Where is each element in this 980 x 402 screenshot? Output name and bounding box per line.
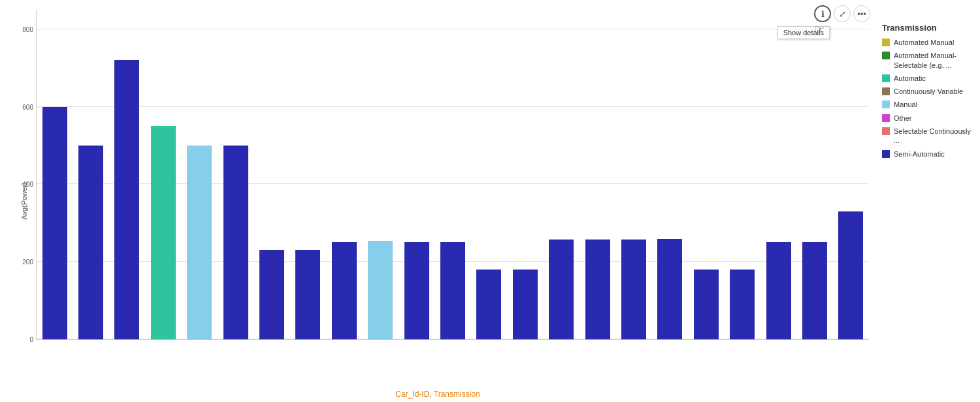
y-tick-label: 400 <box>22 181 33 188</box>
legend-color-swatch <box>882 74 890 82</box>
chart-area: Avg(Power) 0200400600800 1Semi-Automatic… <box>0 0 875 402</box>
y-axis-label: Avg(Power) <box>20 182 28 219</box>
bar[interactable] <box>223 146 248 339</box>
bar-group <box>73 10 108 339</box>
more-button[interactable]: ••• <box>853 5 870 22</box>
legend-item: Continuously Variable <box>882 87 973 96</box>
bar[interactable] <box>513 270 538 339</box>
bar[interactable] <box>802 242 827 339</box>
bar-group <box>37 10 73 339</box>
bar-group <box>760 10 796 339</box>
legend-item-label: Semi-Automatic <box>894 149 945 159</box>
legend-item-label: Continuously Variable <box>894 87 963 96</box>
info-icon: ℹ <box>821 9 825 19</box>
legend-item: Automated Manual <box>882 38 973 47</box>
bar-group <box>218 10 253 339</box>
legend-items: Automated ManualAutomated Manual- Select… <box>882 38 973 159</box>
bar-group <box>182 10 218 339</box>
bar[interactable] <box>440 242 465 339</box>
bar[interactable] <box>549 240 574 339</box>
bar[interactable] <box>585 240 610 339</box>
legend-item-label: Automated Manual <box>894 38 954 47</box>
bar[interactable] <box>476 270 501 339</box>
legend-title: Transmission <box>882 23 973 33</box>
bar[interactable] <box>332 242 357 339</box>
bar[interactable] <box>766 242 791 339</box>
bar-group <box>580 10 615 339</box>
bar[interactable] <box>259 250 284 339</box>
bar-group <box>507 10 543 339</box>
bar-group <box>145 10 181 339</box>
y-tick-label: 200 <box>22 258 33 266</box>
toolbar-icons: ℹ Show details ⤢ ••• ☞ <box>814 5 870 22</box>
more-icon: ••• <box>857 9 866 19</box>
cursor-icon: ☞ <box>814 22 825 37</box>
y-tick-label: 800 <box>22 25 33 33</box>
bars-wrapper <box>37 10 869 339</box>
bar-group <box>796 10 832 339</box>
chart-container: Avg(Power) 0200400600800 1Semi-Automatic… <box>0 0 980 402</box>
y-tick-label: 600 <box>22 103 33 110</box>
legend-item: Semi-Automatic <box>882 149 973 159</box>
bar[interactable] <box>730 270 755 339</box>
plot-area: 0200400600800 <box>36 10 869 340</box>
bar-group <box>543 10 579 339</box>
legend-color-swatch <box>882 114 890 122</box>
legend: Transmission Automated ManualAutomated M… <box>875 0 980 402</box>
legend-color-swatch <box>882 150 890 158</box>
legend-item: Other <box>882 114 973 123</box>
bar[interactable] <box>295 250 320 339</box>
bar-group <box>615 10 651 339</box>
bar[interactable] <box>151 126 176 339</box>
bar-group <box>688 10 724 339</box>
y-tick-label: 0 <box>29 336 33 343</box>
bar[interactable] <box>838 211 863 339</box>
bar-group <box>326 10 362 339</box>
bar-group <box>253 10 289 339</box>
bar[interactable] <box>368 241 393 340</box>
legend-color-swatch <box>882 100 890 108</box>
bar[interactable] <box>621 240 646 339</box>
legend-item-label: Manual <box>894 100 917 109</box>
legend-color-swatch <box>882 39 890 46</box>
legend-item: Manual <box>882 100 973 109</box>
bar[interactable] <box>78 146 103 339</box>
bar-group <box>109 10 145 339</box>
legend-item-label: Automatic <box>894 74 926 83</box>
bar-group <box>471 10 507 339</box>
bar-group <box>399 10 434 339</box>
bar-group <box>434 10 470 339</box>
bar[interactable] <box>42 107 67 339</box>
info-button[interactable]: ℹ Show details <box>814 5 831 22</box>
legend-color-swatch <box>882 52 890 59</box>
bar[interactable] <box>187 146 212 339</box>
bar-group <box>652 10 688 339</box>
legend-color-swatch <box>882 87 890 95</box>
bar-group <box>363 10 399 339</box>
expand-button[interactable]: ⤢ <box>834 5 851 22</box>
expand-icon: ⤢ <box>839 9 846 19</box>
bar[interactable] <box>404 242 429 339</box>
bar-group <box>833 10 869 339</box>
legend-item-label: Other <box>894 114 912 123</box>
legend-item-label: Automated Manual- Selectable (e.g. ... <box>894 51 973 70</box>
legend-item: Selectable Continuously ... <box>882 127 973 146</box>
legend-item-label: Selectable Continuously ... <box>894 127 973 146</box>
legend-color-swatch <box>882 127 890 135</box>
legend-item: Automatic <box>882 74 973 83</box>
bar[interactable] <box>694 270 719 339</box>
bar-group <box>724 10 760 339</box>
bar[interactable] <box>657 239 682 339</box>
x-axis-title: Car_Id-ID, Transmission <box>0 390 875 399</box>
bar[interactable] <box>114 60 139 339</box>
legend-item: Automated Manual- Selectable (e.g. ... <box>882 51 973 70</box>
bar-group <box>290 10 326 339</box>
